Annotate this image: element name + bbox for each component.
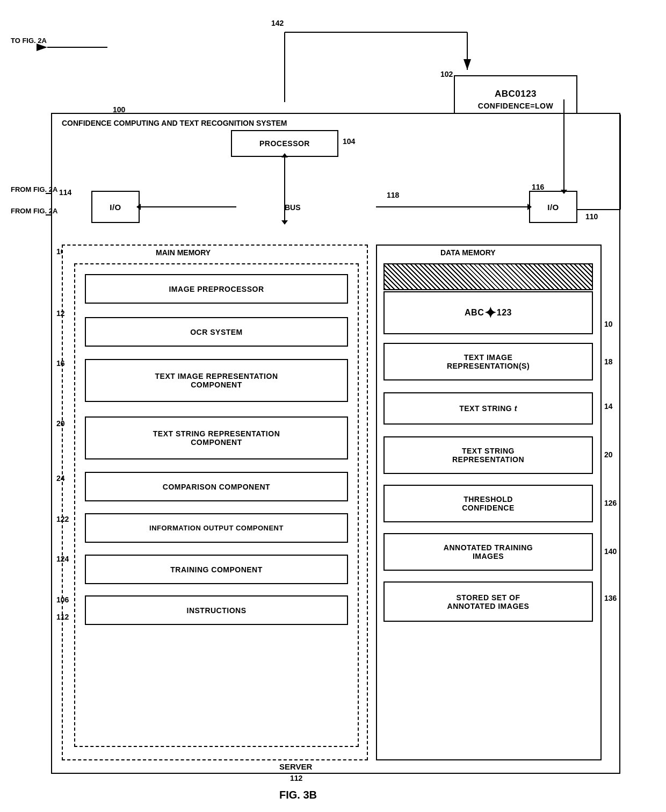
ref-16: 16 — [56, 359, 65, 368]
annotated-training-label: ANNOTATED TRAINING IMAGES — [444, 543, 533, 561]
image-preprocessor-box: IMAGE PREPROCESSOR — [85, 274, 348, 304]
abc123-box: ABC ✦ 123 — [383, 291, 593, 334]
system-label: CONFIDENCE COMPUTING AND TEXT RECOGNITIO… — [62, 118, 287, 129]
text-string-repr-data-label: TEXT STRING REPRESENTATION — [452, 447, 524, 464]
ref-20-right: 20 — [604, 450, 613, 459]
star-icon: ✦ — [484, 304, 497, 322]
text-image-repr-box: TEXT IMAGE REPRESENTATION COMPONENT — [85, 359, 348, 402]
ref-126: 126 — [604, 499, 617, 507]
processor-box: PROCESSOR — [231, 130, 338, 157]
image-preprocessor-label: IMAGE PREPROCESSOR — [169, 285, 264, 293]
text-string-repr-box: TEXT STRING REPRESENTATION COMPONENT — [85, 416, 348, 459]
from-fig2a-1: FROM FIG. 2A — [11, 185, 57, 193]
ref-142: 142 — [271, 19, 284, 27]
ref-140: 140 — [604, 547, 617, 556]
ref-112-bottom: 112 — [290, 774, 302, 782]
ocr-system-label: OCR SYSTEM — [190, 328, 243, 336]
instructions-box: INSTRUCTIONS — [85, 595, 348, 625]
training-component-label: TRAINING COMPONENT — [170, 565, 263, 574]
fig-label: FIG. 3B — [279, 789, 317, 801]
instructions-label: INSTRUCTIONS — [187, 606, 247, 615]
bus-label: BUS — [285, 203, 301, 212]
io-right-box: I/O — [529, 191, 577, 223]
output-line2: CONFIDENCE=LOW — [478, 102, 553, 110]
ref-116: 116 — [532, 183, 544, 191]
ref-12: 12 — [56, 309, 65, 318]
stored-annotated-label: STORED SET OF ANNOTATED IMAGES — [447, 593, 530, 610]
comparison-box: COMPARISON COMPONENT — [85, 472, 348, 501]
threshold-confidence-label: THRESHOLD CONFIDENCE — [462, 495, 515, 512]
text-string-repr-data-box: TEXT STRING REPRESENTATION — [383, 436, 593, 474]
ocr-system-box: OCR SYSTEM — [85, 317, 348, 347]
ref-136: 136 — [604, 594, 617, 602]
annotated-training-box: ANNOTATED TRAINING IMAGES — [383, 533, 593, 571]
stored-annotated-box: STORED SET OF ANNOTATED IMAGES — [383, 581, 593, 622]
ref-102: 102 — [440, 70, 453, 78]
server-label: SERVER — [279, 762, 312, 771]
data-memory-label: DATA MEMORY — [440, 248, 496, 257]
ref-106: 106 — [56, 595, 69, 604]
info-output-label: INFORMATION OUTPUT COMPONENT — [149, 524, 284, 532]
text-image-reprs-label: TEXT IMAGE REPRESENTATION(S) — [447, 353, 530, 370]
text-string-t-box: TEXT STRING t — [383, 392, 593, 425]
main-memory-label: MAIN MEMORY — [156, 248, 211, 257]
info-output-box: INFORMATION OUTPUT COMPONENT — [85, 513, 348, 543]
text-string-t-label: TEXT STRING t — [459, 404, 517, 413]
comparison-label: COMPARISON COMPONENT — [163, 483, 270, 491]
ref-10: 10 — [604, 320, 613, 328]
threshold-confidence-box: THRESHOLD CONFIDENCE — [383, 485, 593, 522]
to-fig2a-label: TO FIG. 2A — [11, 37, 47, 45]
ref-110: 110 — [585, 212, 598, 221]
abc-text: ABC — [465, 308, 484, 318]
ref-104: 104 — [343, 137, 355, 146]
ref-20-left: 20 — [56, 419, 65, 428]
diagram: TO FIG. 2A 142 102 ABC0123 CONFIDENCE=LO… — [0, 0, 666, 812]
kentucky-label: KENTUCKY — [459, 269, 504, 278]
ref-14: 14 — [604, 402, 613, 411]
training-component-box: TRAINING COMPONENT — [85, 555, 348, 584]
text-image-repr-label: TEXT IMAGE REPRESENTATION COMPONENT — [155, 372, 278, 389]
ref-112-left: 112 — [56, 613, 69, 621]
output-line1: ABC0123 — [495, 89, 537, 99]
ref-118: 118 — [387, 191, 399, 199]
ref-122: 122 — [56, 515, 69, 523]
ref-18: 18 — [604, 357, 613, 366]
num123-text: 123 — [497, 308, 512, 318]
io-left-box: I/O — [91, 191, 140, 223]
ref-114: 114 — [59, 188, 71, 197]
ref-124: 124 — [56, 555, 69, 563]
from-fig2a-2: FROM FIG. 2A — [11, 207, 57, 215]
text-string-repr-label: TEXT STRING REPRESENTATION COMPONENT — [153, 429, 280, 447]
text-image-reprs-box: TEXT IMAGE REPRESENTATION(S) — [383, 343, 593, 380]
ref-24: 24 — [56, 474, 65, 483]
